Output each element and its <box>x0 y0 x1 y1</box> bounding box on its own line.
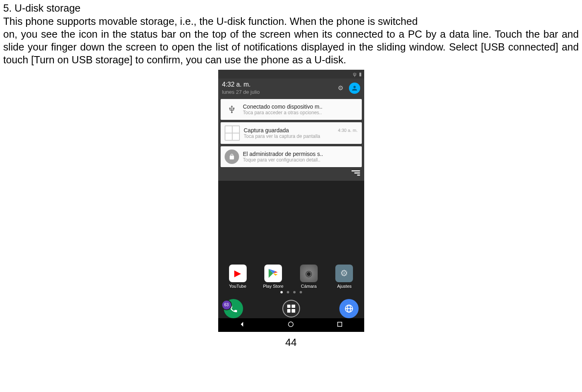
body-paragraph: on, you see the icon in the status bar o… <box>3 28 579 66</box>
app-drawer-icon[interactable] <box>282 300 300 317</box>
notification-text: Captura guardada 4:30 a. m. Toca para ve… <box>244 127 358 139</box>
profile-icon[interactable] <box>349 83 360 94</box>
app-play-store[interactable]: Play Store <box>259 265 287 289</box>
app-label: Ajustes <box>337 284 351 289</box>
back-icon[interactable] <box>239 321 246 329</box>
clock-time: 4:32 a. m. <box>222 81 260 88</box>
browser-icon[interactable] <box>339 299 359 318</box>
svg-rect-7 <box>338 322 342 326</box>
notification-header[interactable]: 4:32 a. m. lunes 27 de julio ⚙ <box>218 79 364 99</box>
youtube-icon: ▶ <box>229 265 247 282</box>
app-row: ▶ YouTube Play Store ◉ Cámara ⚙ <box>224 265 359 289</box>
home-screen-area: ▶ YouTube Play Store ◉ Cámara ⚙ <box>218 265 364 318</box>
body-line-1: This phone supports movable storage, i.e… <box>3 15 579 28</box>
clock-date: lunes 27 de julio <box>222 89 260 95</box>
dock-phone-holder[interactable]: 63 <box>224 299 243 318</box>
badge: 63 <box>221 300 232 310</box>
app-settings[interactable]: ⚙ Ajustes <box>330 265 358 289</box>
app-camera[interactable]: ◉ Cámara <box>295 265 323 289</box>
app-label: YouTube <box>229 284 246 289</box>
dot-icon <box>280 291 283 293</box>
svg-rect-0 <box>351 170 360 172</box>
app-label: Cámara <box>301 284 316 289</box>
status-bar: ψ ▮ <box>218 70 364 79</box>
home-icon[interactable] <box>287 321 294 329</box>
page-indicator <box>224 291 359 293</box>
battery-icon: ▮ <box>359 71 362 77</box>
svg-point-6 <box>288 322 293 327</box>
notification-text: Conectado como dispositivo m.. Toca para… <box>243 103 358 115</box>
notification-screenshot[interactable]: Captura guardada 4:30 a. m. Toca para ve… <box>221 122 362 144</box>
app-label: Play Store <box>263 284 284 289</box>
lock-icon <box>225 150 239 164</box>
notification-time: 4:30 a. m. <box>338 127 358 133</box>
settings-app-icon: ⚙ <box>335 265 353 282</box>
document-page: 5. U-disk storage This phone supports mo… <box>0 2 582 348</box>
settings-icon[interactable]: ⚙ <box>338 84 343 92</box>
dock: 63 <box>224 299 359 318</box>
navigation-bar <box>218 318 364 332</box>
recents-icon[interactable] <box>336 321 343 329</box>
play-store-icon <box>264 265 282 282</box>
notification-subtitle: Toca para acceder a otras opciones.. <box>243 110 358 115</box>
notification-title: El administrador de permisos s.. <box>243 151 358 157</box>
notification-shade: Conectado como dispositivo m.. Toca para… <box>218 99 364 181</box>
phone-screenshot: ψ ▮ 4:32 a. m. lunes 27 de julio ⚙ <box>218 70 364 332</box>
camera-icon: ◉ <box>300 265 318 282</box>
screenshot-thumbnail-icon <box>225 125 240 141</box>
svg-rect-1 <box>354 172 360 174</box>
notification-usb[interactable]: Conectado como dispositivo m.. Toca para… <box>221 99 362 120</box>
notification-title: Conectado como dispositivo m.. <box>243 103 358 110</box>
dot-icon <box>287 291 289 293</box>
notification-subtitle: Toque para ver configuracion detall.. <box>243 157 358 163</box>
notification-handle-icon[interactable] <box>221 170 362 178</box>
notification-text: El administrador de permisos s.. Toque p… <box>243 151 358 163</box>
usb-icon <box>225 102 239 117</box>
screenshot-container: ψ ▮ 4:32 a. m. lunes 27 de julio ⚙ <box>3 70 579 332</box>
notification-permissions[interactable]: El administrador de permisos s.. Toque p… <box>221 146 362 167</box>
header-right: ⚙ <box>338 81 360 94</box>
dot-icon <box>300 291 302 293</box>
dot-icon <box>293 291 296 293</box>
page-number: 44 <box>3 337 579 348</box>
section-heading: 5. U-disk storage <box>3 2 579 14</box>
header-left: 4:32 a. m. lunes 27 de julio <box>222 81 260 95</box>
notification-subtitle: Toca para ver la captura de pantalla <box>244 133 358 139</box>
app-youtube[interactable]: ▶ YouTube <box>224 265 252 289</box>
svg-rect-2 <box>357 174 360 176</box>
notification-title: Captura guardada <box>244 127 338 133</box>
usb-status-icon: ψ <box>353 71 357 77</box>
